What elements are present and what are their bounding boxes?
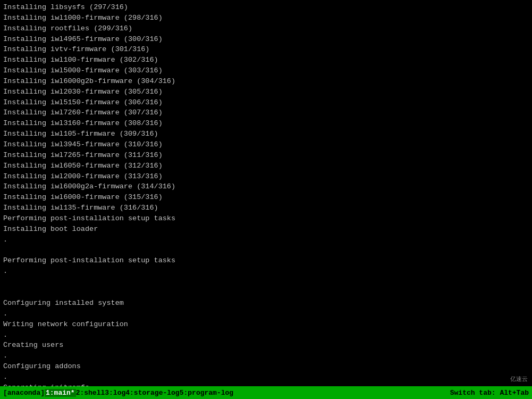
terminal-line: Installing ivtv-firmware (301/316) bbox=[3, 44, 529, 55]
terminal-line: Performing post-installation setup tasks bbox=[3, 255, 529, 266]
terminal-line: Installing iwl6000g2a-firmware (314/316) bbox=[3, 181, 529, 192]
terminal-line: Installing iwl5150-firmware (306/316) bbox=[3, 97, 529, 108]
tab-log[interactable]: 3:log bbox=[105, 389, 125, 397]
terminal-line: Creating users bbox=[3, 340, 529, 351]
terminal-line: Installing libsysfs (297/316) bbox=[3, 2, 529, 13]
terminal-line: Installing iwl5000-firmware (303/316) bbox=[3, 65, 529, 76]
tab-shell[interactable]: 2:shell bbox=[76, 389, 105, 397]
terminal-line: Installing iwl7265-firmware (311/316) bbox=[3, 150, 529, 161]
terminal-line: . bbox=[3, 351, 529, 361]
terminal-line: Installing iwl6000-firmware (315/316) bbox=[3, 192, 529, 203]
terminal-line: Performing post-installation setup tasks bbox=[3, 213, 529, 224]
terminal-line: Installing iwl3160-firmware (308/316) bbox=[3, 118, 529, 129]
tab-main[interactable]: 1:main* bbox=[45, 389, 76, 397]
status-bar-prefix: [anaconda] bbox=[3, 389, 45, 397]
status-bar-left: [anaconda] 1:main* 2:shell 3:log 4:stora… bbox=[3, 389, 233, 397]
terminal-line: Writing network configuration bbox=[3, 319, 529, 330]
terminal-line bbox=[3, 287, 529, 298]
terminal-line bbox=[3, 245, 529, 255]
terminal-line: Installing iwl3945-firmware (310/316) bbox=[3, 139, 529, 150]
terminal-line: Installing iwl100-firmware (302/316) bbox=[3, 55, 529, 65]
terminal-line: . bbox=[3, 235, 529, 245]
terminal-line: Installing iwl105-firmware (309/316) bbox=[3, 129, 529, 139]
watermark: 亿速云 bbox=[508, 374, 530, 384]
terminal-line: . bbox=[3, 266, 529, 277]
terminal-line: Installing iwl135-firmware (316/316) bbox=[3, 203, 529, 213]
terminal-line: Installing iwl2000-firmware (313/316) bbox=[3, 171, 529, 182]
terminal-line: Installing iwl4965-firmware (300/316) bbox=[3, 34, 529, 45]
terminal-output: Installing libsysfs (297/316)Installing … bbox=[0, 0, 532, 386]
terminal-line: Installing iwl7260-firmware (307/316) bbox=[3, 107, 529, 118]
terminal-line: Installing iwl1000-firmware (298/316) bbox=[3, 13, 529, 23]
terminal-line: Configuring addons bbox=[3, 361, 529, 372]
tab-storage-log[interactable]: 4:storage-log bbox=[125, 389, 179, 397]
status-bar: [anaconda] 1:main* 2:shell 3:log 4:stora… bbox=[0, 386, 532, 399]
terminal-line: Installing rootfiles (299/316) bbox=[3, 23, 529, 34]
terminal-line: Configuring installed system bbox=[3, 298, 529, 309]
terminal-line: Generating initramfs bbox=[3, 383, 529, 386]
terminal-line: . bbox=[3, 372, 529, 383]
terminal-line: Installing iwl2030-firmware (305/316) bbox=[3, 87, 529, 97]
terminal-line bbox=[3, 277, 529, 287]
terminal-line: Installing iwl6050-firmware (312/316) bbox=[3, 161, 529, 171]
terminal-line: . bbox=[3, 330, 529, 340]
terminal-line: Installing boot loader bbox=[3, 224, 529, 235]
tab-program-log[interactable]: 5:program-log bbox=[180, 389, 233, 397]
terminal-line: Installing iwl6000g2b-firmware (304/316) bbox=[3, 76, 529, 87]
terminal-line: . bbox=[3, 309, 529, 319]
status-bar-hint: Switch tab: Alt+Tab bbox=[450, 389, 529, 397]
